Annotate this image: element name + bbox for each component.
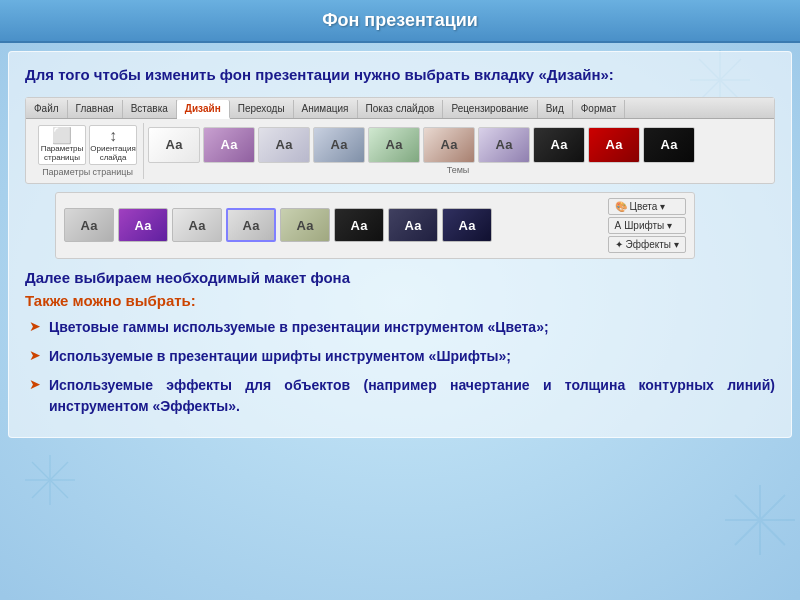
aa-9: Аа [606, 137, 623, 152]
fonts-icon: A [615, 220, 622, 231]
aa2-7: Аа [405, 218, 422, 233]
aa2-4: Аа [243, 218, 260, 233]
bullet-item-2: ➤ Используемые в презентации шрифты инст… [25, 346, 775, 367]
theme-6[interactable]: Аа [423, 127, 475, 163]
tab-animation[interactable]: Анимация [294, 100, 358, 118]
tab-design[interactable]: Дизайн [177, 100, 230, 119]
theme2-3[interactable]: Аа [172, 208, 222, 242]
theme-5[interactable]: Аа [368, 127, 420, 163]
aa-8: Аа [551, 137, 568, 152]
aa-7: Аа [496, 137, 513, 152]
page-group-label: Параметры страницы [42, 167, 133, 177]
theme2-5[interactable]: Аа [280, 208, 330, 242]
theme-8[interactable]: Аа [533, 127, 585, 163]
svg-line-8 [32, 462, 68, 498]
aa-1: Аа [166, 137, 183, 152]
second-ribbon: Аа Аа Аа Аа Аа Аа Аа Аа 🎨 Цвета ▾ A Шриф… [55, 192, 695, 259]
theme-7[interactable]: Аа [478, 127, 530, 163]
section2-label: Также можно выбрать: [25, 292, 775, 309]
tab-file[interactable]: Файл [26, 100, 68, 118]
colors-dropdown-icon: ▾ [660, 201, 665, 212]
svg-line-12 [735, 495, 785, 545]
tab-insert[interactable]: Вставка [123, 100, 177, 118]
bullet-text-3: Используемые эффекты для объектов (напри… [49, 375, 775, 417]
ribbon-content: ⬜ Параметры страницы ↕ Ориентация слайда… [26, 119, 774, 183]
theme2-6[interactable]: Аа [334, 208, 384, 242]
arrow-icon-2: ➤ [29, 347, 41, 363]
colors-label: Цвета [630, 201, 658, 212]
intro-text: Для того чтобы изменить фон презентации … [25, 64, 775, 87]
content-area: Для того чтобы изменить фон презентации … [8, 51, 792, 438]
theme2-2[interactable]: Аа [118, 208, 168, 242]
effects-dropdown-icon: ▾ [674, 239, 679, 250]
page-settings-button[interactable]: ⬜ Параметры страницы [38, 125, 86, 165]
theme2-4[interactable]: Аа [226, 208, 276, 242]
ribbon-group-page: ⬜ Параметры страницы ↕ Ориентация слайда… [32, 123, 144, 179]
page-group-items: ⬜ Параметры страницы ↕ Ориентация слайда [38, 125, 137, 165]
tab-view[interactable]: Вид [538, 100, 573, 118]
theme-1[interactable]: Аа [148, 127, 200, 163]
theme-10[interactable]: Аа [643, 127, 695, 163]
orientation-label: Ориентация слайда [90, 145, 135, 163]
ribbon-tabs: Файл Главная Вставка Дизайн Переходы Ани… [26, 98, 774, 119]
orientation-icon: ↕ [109, 127, 117, 145]
aa2-6: Аа [351, 218, 368, 233]
tab-home[interactable]: Главная [68, 100, 123, 118]
theme-items-row: Аа Аа Аа Аа Аа Аа Аа Аа Аа Аа [148, 127, 768, 163]
fonts-tool-button[interactable]: A Шрифты ▾ [608, 217, 686, 234]
page-icon: ⬜ [52, 126, 72, 145]
bullet-item-3: ➤ Используемые эффекты для объектов (нап… [25, 375, 775, 417]
theme2-1[interactable]: Аа [64, 208, 114, 242]
theme-2[interactable]: Аа [203, 127, 255, 163]
section1-label: Далее выбираем необходимый макет фона [25, 269, 775, 286]
bullet-text-2: Используемые в презентации шрифты инстру… [49, 346, 511, 367]
tab-slideshow[interactable]: Показ слайдов [358, 100, 444, 118]
side-tools-panel: 🎨 Цвета ▾ A Шрифты ▾ ✦ Эффекты ▾ [608, 198, 686, 253]
svg-line-11 [735, 495, 785, 545]
tab-transitions[interactable]: Переходы [230, 100, 294, 118]
colors-tool-button[interactable]: 🎨 Цвета ▾ [608, 198, 686, 215]
arrow-icon-3: ➤ [29, 376, 41, 392]
slide-orientation-button[interactable]: ↕ Ориентация слайда [89, 125, 137, 165]
tab-review[interactable]: Рецензирование [443, 100, 537, 118]
aa-5: Аа [386, 137, 403, 152]
svg-line-7 [32, 462, 68, 498]
tab-format[interactable]: Формат [573, 100, 626, 118]
themes-label: Темы [148, 165, 768, 175]
themes-group: Аа Аа Аа Аа Аа Аа Аа Аа Аа Аа Темы [148, 127, 768, 175]
bullet-text-1: Цветовые гаммы используемые в презентаци… [49, 317, 549, 338]
arrow-icon-1: ➤ [29, 318, 41, 334]
theme-3[interactable]: Аа [258, 127, 310, 163]
aa-4: Аа [331, 137, 348, 152]
aa2-3: Аа [189, 218, 206, 233]
aa2-2: Аа [135, 218, 152, 233]
aa2-8: Аа [459, 218, 476, 233]
aa-3: Аа [276, 137, 293, 152]
fonts-label: Шрифты [624, 220, 664, 231]
theme-9[interactable]: Аа [588, 127, 640, 163]
aa-2: Аа [221, 137, 238, 152]
aa2-1: Аа [81, 218, 98, 233]
aa2-5: Аа [297, 218, 314, 233]
aa-10: Аа [661, 137, 678, 152]
aa-6: Аа [441, 137, 458, 152]
title-bar: Фон презентации [0, 0, 800, 43]
theme2-8[interactable]: Аа [442, 208, 492, 242]
bullet-item-1: ➤ Цветовые гаммы используемые в презента… [25, 317, 775, 338]
theme-4[interactable]: Аа [313, 127, 365, 163]
page-settings-label: Параметры страницы [41, 145, 84, 163]
theme2-7[interactable]: Аа [388, 208, 438, 242]
effects-tool-button[interactable]: ✦ Эффекты ▾ [608, 236, 686, 253]
colors-icon: 🎨 [615, 201, 627, 212]
effects-label: Эффекты [626, 239, 671, 250]
effects-icon: ✦ [615, 239, 623, 250]
fonts-dropdown-icon: ▾ [667, 220, 672, 231]
page-title: Фон презентации [322, 10, 478, 30]
ribbon-container: Файл Главная Вставка Дизайн Переходы Ани… [25, 97, 775, 184]
